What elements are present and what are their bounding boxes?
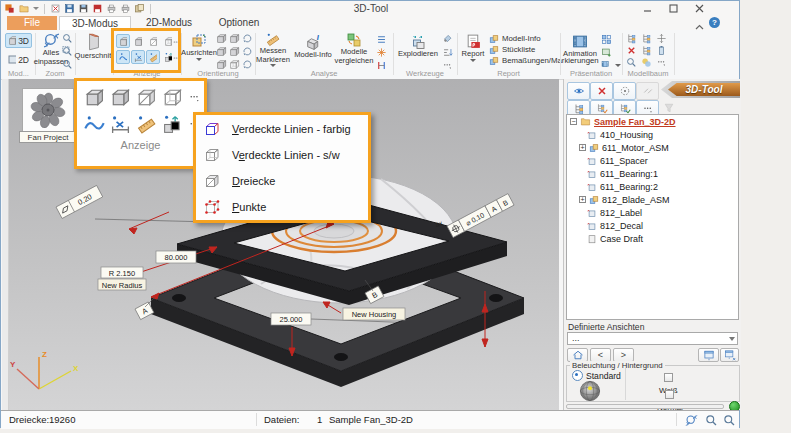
dimension-icon[interactable] (110, 114, 131, 135)
status-zoom-in-icon[interactable] (723, 414, 736, 427)
mode-2d-button[interactable]: 2D (5, 52, 32, 67)
menu-item-verdeckte-sw[interactable]: Verdeckte Linien - s/w (196, 142, 368, 168)
tree-row[interactable]: +812_Blade_ASM (567, 193, 738, 206)
tree-row[interactable]: +611_Motor_ASM (567, 141, 738, 154)
view-iso1-icon[interactable] (242, 33, 253, 44)
mode-3d-button[interactable]: 3D (5, 33, 32, 48)
shaded-button[interactable] (116, 34, 130, 48)
maximize-button[interactable] (661, 1, 685, 15)
tree-collapse-icon[interactable] (641, 45, 652, 56)
levels-icon[interactable] (376, 34, 387, 45)
save-view-button[interactable] (698, 348, 719, 362)
collapse-box[interactable]: − (570, 118, 577, 125)
view-back-icon[interactable] (229, 33, 240, 44)
restore-selection-button[interactable] (636, 82, 659, 100)
shaded-edges-button[interactable] (131, 34, 145, 48)
show-button[interactable] (567, 82, 590, 100)
display-more2-icon[interactable] (172, 54, 181, 63)
menu-item-verdeckte-farbig[interactable]: Verdeckte Linien - farbig (196, 116, 368, 142)
expand-box[interactable]: + (579, 196, 586, 203)
messen-markieren-button[interactable]: Messen Markieren (256, 32, 290, 67)
lighting-sphere-icon[interactable] (579, 380, 601, 402)
tree-row[interactable]: 812_Label (567, 206, 738, 219)
tree-expand-icon[interactable] (641, 33, 652, 44)
defined-views-combo[interactable]: ... (567, 332, 738, 345)
cube-wireframe-icon[interactable] (162, 87, 183, 108)
tree-row[interactable]: 410_Housing (567, 128, 738, 141)
zoom-window-icon[interactable] (62, 46, 73, 57)
view-left-icon[interactable] (216, 46, 227, 57)
battery-icon[interactable] (656, 45, 667, 56)
praesentation-more-icon[interactable] (615, 64, 621, 67)
tree-row[interactable]: 611_Bearing:1 (567, 167, 738, 180)
expand-box[interactable]: + (579, 144, 586, 151)
print-preview-icon[interactable] (120, 3, 131, 14)
ausrichten-button[interactable]: Ausrichten (183, 33, 215, 61)
open-dropdown-icon[interactable] (33, 7, 39, 10)
save-as-icon[interactable] (78, 3, 89, 14)
cube-shaded-icon[interactable] (84, 87, 105, 108)
image-add-icon[interactable] (601, 47, 612, 58)
model-tree[interactable]: − Sample Fan_3D-2D 410_Housing +611_Moto… (566, 114, 739, 320)
modell-info-button[interactable]: Modell-Info (293, 34, 333, 60)
tree-search-icon[interactable] (626, 57, 637, 68)
menu-item-dreiecke[interactable]: Dreiecke (196, 168, 368, 194)
querschnitt-button[interactable]: Querschnitt (77, 32, 111, 61)
select-mode-button[interactable] (613, 82, 636, 100)
normal-checkbox[interactable] (665, 390, 674, 399)
tab-2d-modus[interactable]: 2D-Modus (133, 16, 205, 30)
copy-icon[interactable] (134, 3, 145, 14)
dimensions-button[interactable] (131, 50, 145, 64)
print-icon[interactable] (106, 3, 117, 14)
triangles-button[interactable] (146, 34, 160, 48)
paint-icon[interactable] (442, 34, 453, 45)
restore-view-button[interactable] (720, 348, 739, 362)
cubes-icon[interactable] (162, 114, 183, 135)
tree-show-icon[interactable] (626, 33, 637, 44)
ruler-icon[interactable] (136, 114, 157, 135)
status-zoom-out-icon[interactable] (705, 414, 718, 427)
status-zoom-fit-icon[interactable] (685, 414, 698, 427)
explodieren-button[interactable]: Explodieren (395, 34, 441, 59)
view-right-icon[interactable] (229, 46, 240, 57)
publish-icon[interactable] (92, 3, 103, 14)
view-front-icon[interactable] (216, 33, 227, 44)
modellbaum-more-icon[interactable] (656, 57, 667, 68)
default-view-button[interactable] (567, 348, 588, 362)
measure-display-button[interactable] (146, 50, 160, 64)
tree-row[interactable]: Case Draft (567, 232, 738, 245)
report-button[interactable]: Report (459, 33, 487, 62)
tree-root-row[interactable]: − Sample Fan_3D-2D (567, 115, 738, 128)
tab-3d-modus[interactable]: 3D-Modus (59, 16, 131, 30)
save-icon[interactable] (64, 3, 75, 14)
hide-button[interactable] (590, 82, 613, 100)
open-icon[interactable] (18, 3, 30, 14)
curve-icon[interactable] (84, 114, 105, 135)
tree-delete-icon[interactable] (626, 45, 637, 56)
animation-button[interactable]: Animation (562, 33, 598, 59)
tree-move-icon[interactable] (656, 33, 667, 44)
view-iso2-icon[interactable] (242, 46, 253, 57)
close-button[interactable] (687, 1, 711, 15)
help-icon[interactable]: ? (709, 17, 720, 28)
modelle-vergleichen-button[interactable]: Modelle vergleichen (335, 32, 373, 65)
next-view-button[interactable]: > (613, 348, 634, 362)
tree-root-label[interactable]: Sample Fan_3D-2D (594, 117, 676, 127)
tab-optionen[interactable]: Optionen (207, 16, 271, 30)
display-more-icon[interactable] (172, 38, 181, 47)
display-more-icon[interactable] (188, 91, 201, 104)
close-file-icon[interactable] (50, 3, 61, 14)
split-view-icon[interactable] (601, 34, 612, 45)
tree-row[interactable]: 611_Bearing:2 (567, 180, 738, 193)
white-checkbox[interactable] (664, 373, 673, 382)
tree-row[interactable]: 611_Spacer (567, 154, 738, 167)
prev-view-button[interactable]: < (590, 348, 611, 362)
zoom-in-icon[interactable] (62, 33, 73, 44)
menu-item-punkte[interactable]: Punkte (196, 194, 368, 220)
cube-triangles-icon[interactable] (136, 87, 157, 108)
project-thumbnail[interactable] (22, 88, 74, 132)
curves-button[interactable] (116, 50, 130, 64)
sort-icon[interactable] (442, 47, 453, 58)
minimize-button[interactable] (635, 1, 659, 15)
tab-file[interactable]: File (7, 16, 57, 30)
